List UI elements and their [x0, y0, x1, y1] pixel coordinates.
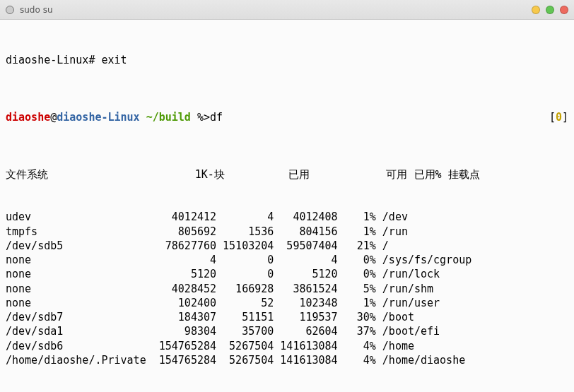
close-button[interactable] [560, 6, 568, 14]
minimize-button[interactable] [532, 6, 540, 14]
prompt-user: diaoshe [6, 111, 50, 124]
exit-cmd: exit [101, 54, 127, 66]
df-row: /home/diaoshe/.Private 154765284 5267504… [6, 353, 568, 367]
df-body: udev 4012412 4 4012408 1% /devtmpfs 8056… [6, 210, 568, 367]
status-bracket: [ [549, 111, 556, 124]
prompt-host: diaoshe-Linux [57, 111, 139, 124]
df-header: 文件系统 1K-块 已用 可用 已用% 挂载点 [6, 167, 568, 182]
df-row: /dev/sdb6 154765284 5267504 141613084 4%… [6, 339, 568, 353]
root-prompt-line: diaoshe-Linux# exit [6, 53, 568, 67]
df-row: /dev/sdb5 78627760 15103204 59507404 21%… [6, 239, 568, 253]
maximize-button[interactable] [546, 6, 554, 14]
status-code: 0 [556, 111, 562, 124]
df-row: udev 4012412 4 4012408 1% /dev [6, 210, 568, 224]
prompt-line-df: diaoshe@diaoshe-Linux ~/build %>df [0] [6, 110, 568, 124]
prompt-at: @ [50, 111, 57, 124]
df-row: none 5120 0 5120 0% /run/lock [6, 267, 568, 281]
df-row: tmpfs 805692 1536 804156 1% /run [6, 225, 568, 239]
df-row: none 4 0 4 0% /sys/fs/cgroup [6, 253, 568, 267]
window-title: sudo su [20, 5, 526, 15]
app-icon [6, 6, 14, 14]
window-titlebar: sudo su [0, 0, 574, 20]
df-row: none 4028452 166928 3861524 5% /run/shm [6, 282, 568, 296]
root-prompt: diaoshe-Linux# [6, 54, 101, 66]
df-row: none 102400 52 102348 1% /run/user [6, 296, 568, 310]
status-bracket: ] [562, 111, 568, 124]
terminal-area[interactable]: diaoshe-Linux# exit diaoshe@diaoshe-Linu… [0, 20, 574, 392]
prompt-sep: %> [197, 111, 210, 124]
df-row: /dev/sdb7 184307 51151 119537 30% /boot [6, 310, 568, 324]
df-row: /dev/sda1 98304 35700 62604 37% /boot/ef… [6, 324, 568, 338]
cmd-df: df [210, 111, 223, 124]
window-controls [532, 6, 568, 14]
prompt-path: ~/build [140, 111, 197, 124]
